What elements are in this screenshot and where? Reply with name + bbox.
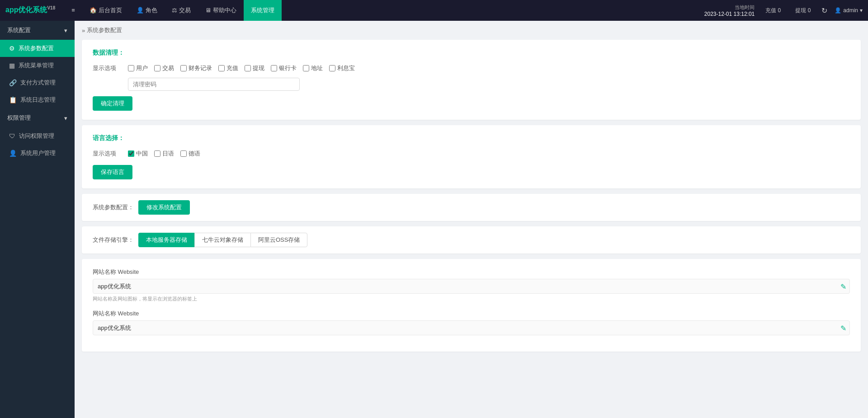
sys-params-row: 系统参数配置： 修改系统配置 [93, 200, 850, 215]
sidebar-group-header-system-config[interactable]: 系统配置 ▾ [0, 21, 75, 40]
storage-local-button[interactable]: 本地服务器存储 [138, 233, 194, 247]
data-clear-options-row: 显示选项 用户 交易 财务记录 充值 [93, 64, 850, 72]
nav-dashboard[interactable]: 🏠 后台首页 [82, 0, 129, 21]
data-clear-password-row: 空 [93, 78, 850, 91]
checkbox-ja-input[interactable] [154, 150, 160, 157]
checkbox-withdraw-input[interactable] [245, 65, 251, 71]
checkbox-address[interactable]: 地址 [303, 64, 323, 72]
sys-params-title: 系统参数配置： [93, 203, 134, 211]
file-storage-row: 文件存储引擎： 本地服务器存储 七牛云对象存储 阿里云OSS存储 [93, 233, 850, 247]
website-name-2-title: 网站名称 Website [93, 310, 850, 318]
user-icon: 👤 [9, 150, 17, 157]
breadcrumb-current: 系统参数配置 [87, 26, 122, 34]
edit-sys-config-button[interactable]: 修改系统配置 [138, 200, 190, 215]
nav-menu: 🏠 后台首页 👤 角色 ⚖ 交易 🖥 帮助中心 系统管理 [82, 0, 704, 21]
checkbox-transaction-input[interactable] [154, 65, 160, 71]
website-config-card: 网站名称 Website ✎ 网站名称及网站图标，将显示在浏览器的标签上 网站名… [82, 259, 861, 352]
website-name-1-hint: 网站名称及网站图标，将显示在浏览器的标签上 [93, 296, 850, 302]
checkbox-bank[interactable]: 银行卡 [271, 64, 297, 72]
checkbox-users[interactable]: 用户 [128, 64, 148, 72]
checkbox-zh[interactable]: 中国 [128, 150, 148, 158]
checkbox-finance[interactable]: 财务记录 [180, 64, 212, 72]
website-field-1: 网站名称 Website ✎ 网站名称及网站图标，将显示在浏览器的标签上 [93, 268, 850, 302]
time-block: 当地时间 2023-12-01 13:12:01 [704, 4, 755, 17]
app-title: app优化系统V18 [5, 5, 55, 15]
dashboard-icon: 🏠 [90, 0, 97, 21]
checkbox-ja[interactable]: 日语 [154, 150, 174, 158]
checkbox-bank-input[interactable] [271, 65, 277, 71]
log-icon: 📋 [9, 96, 17, 103]
checkbox-zh-input[interactable] [128, 150, 134, 157]
sidebar-group-header-permission[interactable]: 权限管理 ▾ [0, 108, 75, 127]
refresh-button[interactable]: ↻ [821, 6, 827, 15]
file-storage-title: 文件存储引擎： [93, 236, 134, 244]
breadcrumb: » 系统参数配置 [82, 26, 861, 34]
chevron-down-icon: ▾ [860, 7, 863, 14]
data-clear-checkboxes: 用户 交易 财务记录 充值 提现 [128, 64, 355, 72]
chevron-icon: ▾ [64, 27, 67, 34]
sys-params-card: 系统参数配置： 修改系统配置 [82, 194, 861, 221]
nav-right-area: 当地时间 2023-12-01 13:12:01 充值 0 提现 0 ↻ 👤 a… [704, 4, 863, 17]
sidebar-item-users[interactable]: 👤 系统用户管理 [0, 145, 75, 162]
save-language-button[interactable]: 保存语言 [93, 165, 132, 179]
website-name-1-input-wrap: ✎ [93, 279, 850, 294]
sidebar-item-sys-menu[interactable]: ▦ 系统菜单管理 [0, 57, 75, 74]
withdraw-button[interactable]: 提现 0 [792, 7, 814, 14]
admin-icon: 👤 [835, 7, 841, 14]
checkbox-users-input[interactable] [128, 65, 134, 71]
website-name-2-edit-icon[interactable]: ✎ [840, 324, 846, 332]
data-clear-card: 数据清理： 显示选项 用户 交易 财务记录 充值 [82, 40, 861, 120]
nav-menu-toggle[interactable]: ≡ [64, 0, 82, 21]
storage-aliyun-button[interactable]: 阿里云OSS存储 [250, 233, 307, 247]
confirm-clear-button[interactable]: 确定清理 [93, 96, 132, 111]
checkbox-de[interactable]: 德语 [180, 150, 200, 158]
checkbox-address-input[interactable] [303, 65, 309, 71]
transaction-icon: ⚖ [172, 0, 177, 21]
website-name-1-title: 网站名称 Website [93, 268, 850, 276]
file-storage-card: 文件存储引擎： 本地服务器存储 七牛云对象存储 阿里云OSS存储 [82, 226, 861, 254]
sidebar-item-sys-params[interactable]: ⚙ 系统参数配置 [0, 40, 75, 57]
checkbox-withdraw[interactable]: 提现 [245, 64, 264, 72]
data-clear-show-label: 显示选项 [93, 64, 124, 72]
website-name-1-input[interactable] [93, 279, 850, 294]
help-icon: 🖥 [205, 0, 211, 21]
checkbox-de-input[interactable] [180, 150, 187, 157]
top-navigation: app优化系统V18 ≡ 🏠 后台首页 👤 角色 ⚖ 交易 🖥 帮助中心 系统管… [0, 0, 868, 21]
data-clear-title: 数据清理： [93, 49, 850, 57]
website-name-2-input-wrap: ✎ [93, 320, 850, 335]
checkbox-yibao-input[interactable] [329, 65, 335, 71]
nav-role[interactable]: 👤 角色 [129, 0, 165, 21]
recharge-button[interactable]: 充值 0 [762, 7, 784, 14]
website-field-2: 网站名称 Website ✎ [93, 310, 850, 335]
clear-password-input[interactable] [128, 78, 300, 91]
checkbox-recharge-input[interactable] [218, 65, 225, 71]
main-content: » 系统参数配置 数据清理： 显示选项 用户 交易 财务记录 [75, 21, 868, 418]
language-options-row: 显示选项 中国 日语 德语 [93, 150, 850, 158]
checkbox-finance-input[interactable] [180, 65, 187, 71]
role-icon: 👤 [137, 0, 144, 21]
link-icon: 🔗 [9, 79, 17, 86]
checkbox-transaction[interactable]: 交易 [154, 64, 174, 72]
website-name-1-edit-icon[interactable]: ✎ [840, 282, 846, 291]
sidebar-group-system-config: 系统配置 ▾ ⚙ 系统参数配置 ▦ 系统菜单管理 🔗 支付方式管理 📋 系统日志… [0, 21, 75, 108]
sidebar-item-payment[interactable]: 🔗 支付方式管理 [0, 74, 75, 91]
gear-icon: ⚙ [9, 45, 15, 52]
nav-help[interactable]: 🖥 帮助中心 [198, 0, 244, 21]
language-card: 语言选择： 显示选项 中国 日语 德语 保存语言 [82, 125, 861, 188]
nav-system[interactable]: 系统管理 [244, 0, 282, 21]
admin-menu[interactable]: 👤 admin ▾ [835, 7, 863, 14]
language-title: 语言选择： [93, 134, 850, 142]
grid-icon: ▦ [9, 62, 15, 69]
language-show-label: 显示选项 [93, 150, 124, 158]
checkbox-recharge[interactable]: 充值 [218, 64, 238, 72]
language-checkboxes: 中国 日语 德语 [128, 150, 200, 158]
nav-transaction[interactable]: ⚖ 交易 [165, 0, 198, 21]
checkbox-yibao[interactable]: 利息宝 [329, 64, 355, 72]
website-name-2-input[interactable] [93, 320, 850, 335]
chevron-icon-2: ▾ [64, 115, 67, 122]
shield-icon: 🛡 [9, 132, 15, 140]
sidebar-item-access[interactable]: 🛡 访问权限管理 [0, 127, 75, 145]
breadcrumb-sep: » [82, 27, 85, 34]
storage-qiniu-button[interactable]: 七牛云对象存储 [194, 233, 250, 247]
sidebar-item-sys-log[interactable]: 📋 系统日志管理 [0, 91, 75, 108]
